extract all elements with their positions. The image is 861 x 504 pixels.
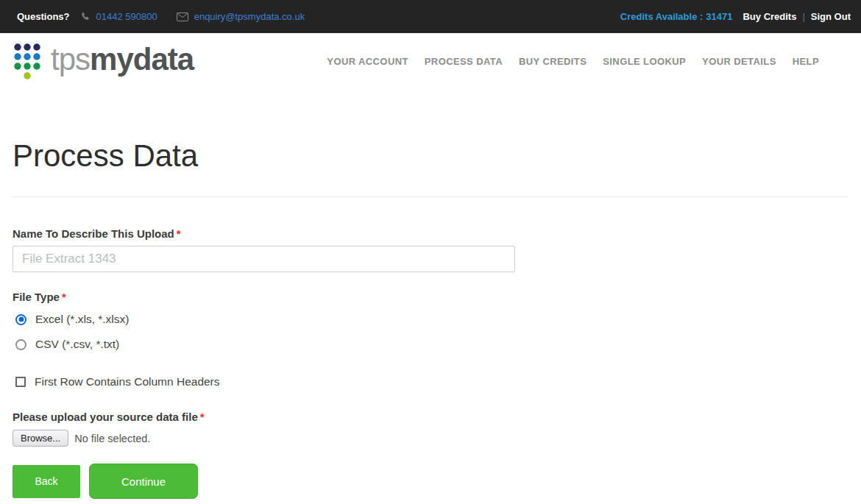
back-button[interactable]: Back <box>13 465 80 498</box>
file-type-label-text: File Type <box>13 291 60 303</box>
source-file-label-text: Please upload your source data file <box>13 411 198 423</box>
credits-available: Credits Available :31471 <box>620 11 733 22</box>
first-row-headers-option: First Row Contains Column Headers <box>13 375 848 388</box>
first-row-headers-label[interactable]: First Row Contains Column Headers <box>35 375 220 388</box>
required-asterisk: * <box>200 411 205 423</box>
upload-name-label-text: Name To Describe This Upload <box>13 227 174 240</box>
phone-link[interactable]: 01442 590800 <box>96 11 157 22</box>
nav-your-details[interactable]: YOUR DETAILS <box>702 56 776 67</box>
main-nav: YOUR ACCOUNT PROCESS DATA BUY CREDITS SI… <box>311 56 819 67</box>
email-link[interactable]: enquiry@tpsmydata.co.uk <box>194 11 305 22</box>
nav-single-lookup[interactable]: SINGLE LOOKUP <box>603 56 686 67</box>
form-actions: Back Continue <box>13 464 848 499</box>
topbar-contact-group: Questions? 01442 590800 enquiry@tpsmydat… <box>17 11 305 22</box>
credits-value: 31471 <box>706 11 732 22</box>
site-header: tpsmydata YOUR ACCOUNT PROCESS DATA BUY … <box>0 33 861 90</box>
nav-buy-credits[interactable]: BUY CREDITS <box>519 56 587 67</box>
email-group: enquiry@tpsmydata.co.uk <box>177 11 305 22</box>
title-divider <box>13 196 848 197</box>
required-asterisk: * <box>62 291 66 303</box>
required-asterisk: * <box>177 227 181 240</box>
first-row-headers-checkbox[interactable] <box>15 377 26 387</box>
radio-excel[interactable] <box>15 314 26 325</box>
browse-button[interactable]: Browse... <box>13 430 68 447</box>
questions-label: Questions? <box>17 11 70 22</box>
upload-name-label: Name To Describe This Upload* <box>13 227 848 240</box>
credits-label: Credits Available : <box>620 11 703 22</box>
file-type-option-excel: Excel (*.xls, *.xlsx) <box>13 313 848 326</box>
top-utility-bar: Questions? 01442 590800 enquiry@tpsmydat… <box>0 0 861 33</box>
nav-your-account[interactable]: YOUR ACCOUNT <box>327 56 408 67</box>
tpsmydata-logo[interactable]: tpsmydata <box>13 42 194 81</box>
nav-process-data[interactable]: PROCESS DATA <box>425 56 503 67</box>
logo-dots-icon <box>13 42 42 81</box>
sign-out-link[interactable]: Sign Out <box>811 11 851 22</box>
logo-text: tpsmydata <box>51 44 194 79</box>
nav-help[interactable]: HELP <box>793 56 819 67</box>
continue-button[interactable]: Continue <box>89 464 198 499</box>
topbar-separator: | <box>802 11 804 22</box>
topbar-account-group: Credits Available :31471 Buy Credits | S… <box>620 11 851 22</box>
no-file-selected-text: No file selected. <box>74 433 150 444</box>
radio-csv[interactable] <box>15 339 26 350</box>
radio-csv-label[interactable]: CSV (*.csv, *.txt) <box>35 338 119 351</box>
envelope-icon <box>177 13 188 21</box>
radio-excel-label[interactable]: Excel (*.xls, *.xlsx) <box>35 313 129 326</box>
logo-text-tps: tps <box>51 42 90 77</box>
file-type-option-csv: CSV (*.csv, *.txt) <box>13 338 848 351</box>
main-content: Process Data Name To Describe This Uploa… <box>0 138 861 499</box>
phone-icon <box>80 12 91 22</box>
buy-credits-link[interactable]: Buy Credits <box>743 11 796 22</box>
file-type-label: File Type* <box>13 291 848 303</box>
source-file-label: Please upload your source data file* <box>13 411 848 423</box>
page-title: Process Data <box>13 138 848 174</box>
logo-text-mydata: mydata <box>90 42 194 77</box>
upload-name-input[interactable] <box>13 246 515 272</box>
file-input: Browse... No file selected. <box>13 430 848 447</box>
